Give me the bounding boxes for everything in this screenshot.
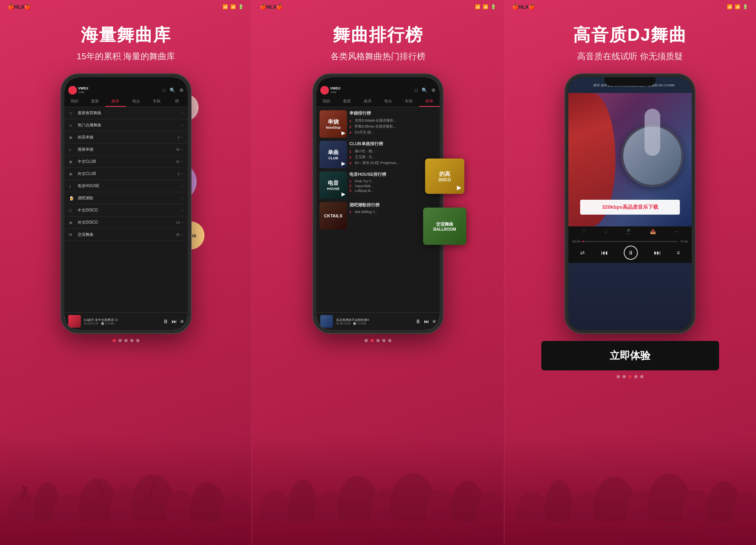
tab2-radio[interactable]: 电台 xyxy=(378,97,398,107)
svg-point-8 xyxy=(219,494,251,521)
status-icons-2: 📶 📶 🔋 xyxy=(475,4,496,10)
panel-3: 高音质DJ舞曲 高音质在线试听 你无须质疑 🍎HLX🍎 📶 📶 🔋 ﹤ 妤仔-全… xyxy=(504,0,756,545)
list-item[interactable]: ♫热门点播舞曲 › xyxy=(64,119,188,131)
download-icon[interactable]: ↓ xyxy=(604,229,607,234)
next-btn-1[interactable]: ⏭ xyxy=(172,318,177,324)
icon-settings[interactable]: ⚙ xyxy=(179,87,184,93)
play-btn-3[interactable]: ⏸ xyxy=(624,246,638,260)
prev-btn-3[interactable]: ⏮ xyxy=(601,249,608,257)
list-item[interactable]: ⊕的高串烧 2› xyxy=(64,131,188,144)
list-item[interactable]: M交谊舞曲 45› xyxy=(64,229,188,241)
tab-chart[interactable]: 榜 xyxy=(167,97,187,107)
player-controls-2: ⏸ ⏭ ≡ xyxy=(415,318,436,324)
page-dots-1 xyxy=(113,339,139,342)
cta-button-3[interactable]: 立即体验 xyxy=(541,341,719,370)
chart-songs-3: 电音HOUSE排行榜 1Pink-Try T... 2Aqua-Bab... 3… xyxy=(349,171,436,199)
svg-point-22 xyxy=(515,492,548,521)
chart-item-2[interactable]: 单曲 CLUB ▶ CLUB单曲排行榜 1杨小壮 - 跑... 2王玉萌 - 大… xyxy=(320,141,436,168)
chart-thumb-4: CKTAILS xyxy=(320,202,347,230)
tab-mine[interactable]: 我的 xyxy=(64,97,85,107)
tab2-chart[interactable]: 榜单 xyxy=(419,97,440,107)
logo-circle-1 xyxy=(68,86,77,95)
page-dots-3 xyxy=(617,375,643,378)
phone-screen-2: VWDJ.COM □ 🔍 ⚙ 我的 最新 曲库 电台 专辑 榜单 xyxy=(316,77,440,330)
icon-square-2[interactable]: □ xyxy=(415,87,418,93)
player-cover-3: 320kbps高品质音乐下载 xyxy=(568,93,692,226)
menu-list-1: ☆最新推荐舞曲 › ♫热门点播舞曲 › ⊕的高串烧 2› ♪慢摇串烧 30› xyxy=(64,107,188,312)
phone-notch-1 xyxy=(100,77,152,86)
tab-new[interactable]: 最新 xyxy=(85,97,105,107)
tab-radio[interactable]: 电台 xyxy=(126,97,146,107)
player-time-1: 00:23/73:44 🔘 171095 xyxy=(84,322,160,325)
crowd-silhouette-1 xyxy=(0,443,252,521)
icon-square[interactable]: □ xyxy=(163,87,165,93)
list-item[interactable]: ♪慢摇串烧 30› xyxy=(64,144,188,156)
phone-body-2: VWDJ.COM □ 🔍 ⚙ 我的 最新 曲库 电台 专辑 榜单 xyxy=(313,74,443,333)
next-btn-2[interactable]: ⏭ xyxy=(424,318,429,324)
logo-text-2: VWDJ.COM xyxy=(330,87,340,94)
phone-screen-3: ﹤ 妤仔-全中文国粤语Club音乐总有挫折不会惊伯 NO.171095 320k… xyxy=(568,77,692,330)
like-icon[interactable]: ♡ xyxy=(582,229,586,234)
panel1-title: 海量舞曲库 xyxy=(77,24,175,47)
back-btn-3[interactable]: ﹤ xyxy=(572,80,580,90)
icon-settings-2[interactable]: ⚙ xyxy=(431,87,436,93)
progress-start: 00:04 xyxy=(572,240,580,243)
popup-disco: 的高 DISCO ▶ xyxy=(425,159,464,194)
player-title-2: 乐总有挫折不会惊怕拿≡ xyxy=(336,318,412,322)
list-item[interactable]: ♩电音HOUSE › xyxy=(64,180,188,192)
player-controls-1: ⏸ ⏭ ≡ xyxy=(163,318,183,324)
dot-2-1 xyxy=(365,339,368,342)
list-item[interactable]: ⊕外文CLUB 2› xyxy=(64,168,188,180)
bottom-player-1: DJ波仔-全中文国粤语 Cl 00:23/73:44 🔘 171095 ⏸ ⏭ … xyxy=(64,312,188,330)
app-logo-2: VWDJ.COM xyxy=(320,86,340,95)
tab-album[interactable]: 专辑 xyxy=(146,97,167,107)
popup-ballroom: 交谊舞曲 BALLROOM xyxy=(423,208,466,245)
chart-title-4: 酒吧潮歌排行榜 xyxy=(349,202,436,208)
status-hlx-1: 🍎HLX🍎 xyxy=(8,4,31,10)
phone-icon[interactable]: 📱 xyxy=(626,229,632,234)
pause-btn-2[interactable]: ⏸ xyxy=(415,318,421,324)
list-item[interactable]: ☆最新推荐舞曲 › xyxy=(64,107,188,119)
dot-1-3 xyxy=(124,339,128,342)
menu-btn-1[interactable]: ≡ xyxy=(180,318,183,324)
dot-3-2 xyxy=(623,375,626,378)
tab2-album[interactable]: 专辑 xyxy=(398,97,419,107)
phone-mockup-3: ﹤ 妤仔-全中文国粤语Club音乐总有挫折不会惊伯 NO.171095 320k… xyxy=(565,74,695,333)
player-title-1: DJ波仔-全中文国粤语 Cl xyxy=(84,318,160,322)
tab2-library[interactable]: 曲库 xyxy=(358,97,378,107)
tab2-new[interactable]: 最新 xyxy=(337,97,357,107)
chart-item-4[interactable]: CKTAILS 酒吧潮歌排行榜 1Not Willing T... xyxy=(320,202,436,230)
share-icon[interactable]: 📤 xyxy=(650,229,656,234)
list-item[interactable]: ⊕外文DISCO 13› xyxy=(64,217,188,229)
page-dots-2 xyxy=(365,339,391,342)
list-item[interactable]: 🍺酒吧潮歌 › xyxy=(64,192,188,204)
dot-1-4 xyxy=(130,339,133,342)
list-item[interactable]: ⊕中文CLUB 41› xyxy=(64,156,188,168)
chart-title-3: 电音HOUSE排行榜 xyxy=(349,171,436,177)
chart-item-3[interactable]: 电音 HOUSE ▶ 电音HOUSE排行榜 1Pink-Try T... 2Aq… xyxy=(320,171,436,199)
app-logo-1: VWDJ.COM xyxy=(68,86,88,95)
phone-mockup-2: 的高 DISCO ▶ 交谊舞曲 BALLROOM VWDJ.COM □ 🔍 xyxy=(313,74,443,333)
chart-item-1[interactable]: 串烧 NonStop ▶ 串烧排行榜 1东莞DJMask-全国语慢歌... 2怀… xyxy=(320,110,436,138)
icon-search[interactable]: 🔍 xyxy=(170,87,175,93)
dot-2-5 xyxy=(388,339,391,342)
tab-library[interactable]: 曲库 xyxy=(105,97,126,107)
quality-banner-wrap: 320kbps高品质音乐下载 xyxy=(574,200,686,215)
cta-wrap: 立即体验 xyxy=(530,341,731,370)
shuffle-btn-3[interactable]: ⇄ xyxy=(580,250,585,256)
icon-search-2[interactable]: 🔍 xyxy=(422,87,427,93)
logo-text-1: VWDJ.COM xyxy=(78,87,88,94)
menu-btn-2[interactable]: ≡ xyxy=(433,318,436,324)
status-icons-3: 📶 📶 🔋 xyxy=(727,4,748,10)
more-icon[interactable]: ··· xyxy=(675,229,679,234)
tab2-mine[interactable]: 我的 xyxy=(316,97,337,107)
headphone-band xyxy=(645,109,660,156)
list-btn-3[interactable]: ≡ xyxy=(677,250,680,256)
dot-3-5 xyxy=(640,375,643,378)
next-btn-3[interactable]: ⏭ xyxy=(654,249,661,257)
progress-bar-3[interactable] xyxy=(582,241,678,242)
pause-btn-1[interactable]: ⏸ xyxy=(163,318,168,324)
app-icons-2: □ 🔍 ⚙ xyxy=(415,87,436,93)
main-controls-3: ⇄ ⏮ ⏸ ⏭ ≡ xyxy=(572,246,688,260)
list-item[interactable]: □中文DISCO › xyxy=(64,204,188,217)
